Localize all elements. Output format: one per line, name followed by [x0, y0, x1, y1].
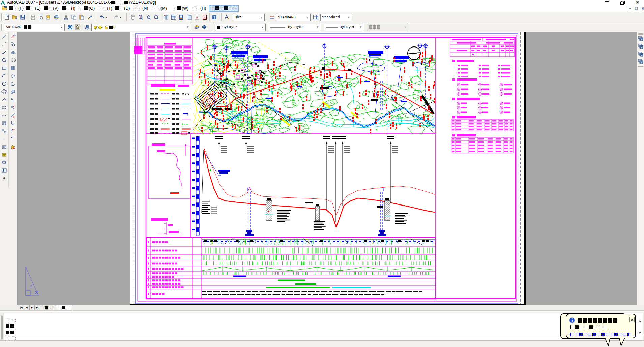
svg-text:A: A: [2, 176, 6, 181]
svg-text:?: ?: [213, 15, 215, 19]
